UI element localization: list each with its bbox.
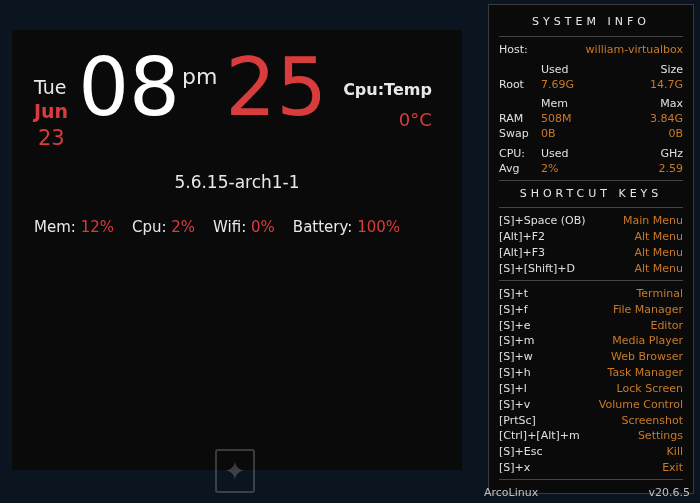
divider	[499, 280, 683, 281]
shortcut-action: Terminal	[637, 287, 684, 302]
ram-row: RAM508M3.84G	[499, 112, 683, 127]
stat-mem: Mem: 12%	[34, 218, 114, 236]
shortcut-key: [S]+[Shift]+D	[499, 262, 575, 277]
shortcut-action: Volume Control	[599, 398, 683, 413]
ram-header: MemMax	[499, 97, 683, 112]
shortcut-action: Task Manager	[608, 366, 683, 381]
shortcut-action: File Manager	[613, 303, 683, 318]
day-of-month: 23	[38, 126, 65, 150]
shortcut-key: [S]+x	[499, 461, 530, 476]
shortcut-action: Screenshot	[621, 414, 683, 429]
shortcut-row: [S]+fFile Manager	[499, 303, 683, 318]
distro-name: ArcoLinux	[484, 486, 538, 499]
shortcut-row: [Alt]+F3Alt Menu	[499, 246, 683, 261]
shortcut-action: Alt Menu	[634, 262, 683, 277]
shortcut-action: Main Menu	[623, 214, 683, 229]
shortcut-row: [S]+xExit	[499, 461, 683, 476]
shortcut-row: [S]+[Shift]+DAlt Menu	[499, 262, 683, 277]
cpu-temp-block: Cpu:Temp 0°C	[343, 80, 432, 130]
clock-ampm: pm	[182, 64, 217, 89]
host-row: Host: william-virtualbox	[499, 43, 683, 58]
shortcut-row: [S]+vVolume Control	[499, 398, 683, 413]
shortcut-key: [PrtSc]	[499, 414, 536, 429]
shortcut-action: Editor	[650, 319, 683, 334]
swap-row: Swap0B0B	[499, 127, 683, 142]
shortcut-row: [S]+wWeb Browser	[499, 350, 683, 365]
shortcut-key: [S]+h	[499, 366, 531, 381]
shortcut-row: [S]+hTask Manager	[499, 366, 683, 381]
shortcuts-title: SHORTCUT KEYS	[499, 187, 683, 202]
shortcut-key: [S]+e	[499, 319, 531, 334]
shortcut-key: [S]+Space (OB)	[499, 214, 586, 229]
date-column: Tue Jun 23	[34, 76, 68, 150]
kernel-version: 5.6.15-arch1-1	[34, 172, 440, 192]
shortcut-group-2: [S]+tTerminal[S]+fFile Manager[S]+eEdito…	[499, 287, 683, 476]
shortcut-key: [S]+l	[499, 382, 527, 397]
shortcut-action: Lock Screen	[617, 382, 683, 397]
host-value: william-virtualbox	[586, 43, 683, 58]
shortcut-key: [S]+f	[499, 303, 528, 318]
shortcut-key: [S]+v	[499, 398, 530, 413]
shortcut-row: [Ctrl]+[Alt]+mSettings	[499, 429, 683, 444]
stat-battery: Battery: 100%	[293, 218, 400, 236]
stats-row: Mem: 12% Cpu: 2% Wifi: 0% Battery: 100%	[34, 218, 440, 236]
shortcut-group-1: [S]+Space (OB)Main Menu[Alt]+F2Alt Menu[…	[499, 214, 683, 276]
host-label: Host:	[499, 43, 528, 58]
cpu-header: CPU:UsedGHz	[499, 147, 683, 162]
shortcut-row: [S]+eEditor	[499, 319, 683, 334]
shortcut-action: Kill	[667, 445, 683, 460]
clock-row: Tue Jun 23 08 pm 25 Cpu:Temp 0°C	[34, 50, 440, 150]
watermark-icon: ✦	[215, 449, 255, 493]
cpu-temp-label: Cpu:Temp	[343, 80, 432, 99]
shortcut-action: Web Browser	[611, 350, 683, 365]
shortcut-action: Settings	[638, 429, 683, 444]
weekday: Tue	[34, 76, 66, 98]
shortcut-key: [S]+Esc	[499, 445, 543, 460]
stat-wifi: Wifi: 0%	[213, 218, 275, 236]
shortcut-row: [S]+EscKill	[499, 445, 683, 460]
shortcut-row: [Alt]+F2Alt Menu	[499, 230, 683, 245]
side-panel: SYSTEM INFO Host: william-virtualbox Use…	[488, 4, 694, 494]
shortcut-key: [S]+m	[499, 334, 535, 349]
stat-cpu: Cpu: 2%	[132, 218, 195, 236]
shortcut-row: [S]+tTerminal	[499, 287, 683, 302]
divider	[499, 207, 683, 208]
shortcut-row: [PrtSc]Screenshot	[499, 414, 683, 429]
divider	[499, 479, 683, 480]
divider	[499, 36, 683, 37]
footer: ArcoLinux v20.6.5	[484, 486, 690, 499]
shortcut-key: [S]+t	[499, 287, 528, 302]
conky-main-widget: Tue Jun 23 08 pm 25 Cpu:Temp 0°C 5.6.15-…	[12, 30, 462, 470]
shortcut-row: [S]+mMedia Player	[499, 334, 683, 349]
shortcut-key: [S]+w	[499, 350, 533, 365]
shortcut-action: Exit	[662, 461, 683, 476]
divider	[499, 180, 683, 181]
month: Jun	[34, 100, 68, 122]
shortcut-action: Alt Menu	[634, 230, 683, 245]
shortcut-action: Media Player	[612, 334, 683, 349]
root-header: UsedSize	[499, 63, 683, 78]
cpu-row: Avg2%2.59	[499, 162, 683, 177]
sysinfo-title: SYSTEM INFO	[499, 15, 683, 30]
clock-minute: 25	[225, 50, 327, 126]
shortcut-key: [Alt]+F2	[499, 230, 545, 245]
shortcut-row: [S]+lLock Screen	[499, 382, 683, 397]
clock-hour: 08	[78, 50, 180, 126]
shortcut-key: [Alt]+F3	[499, 246, 545, 261]
shortcut-row: [S]+Space (OB)Main Menu	[499, 214, 683, 229]
root-row: Root7.69G14.7G	[499, 78, 683, 93]
cpu-temp-value: 0°C	[343, 109, 432, 130]
shortcut-action: Alt Menu	[634, 246, 683, 261]
distro-version: v20.6.5	[649, 486, 691, 499]
shortcut-key: [Ctrl]+[Alt]+m	[499, 429, 580, 444]
